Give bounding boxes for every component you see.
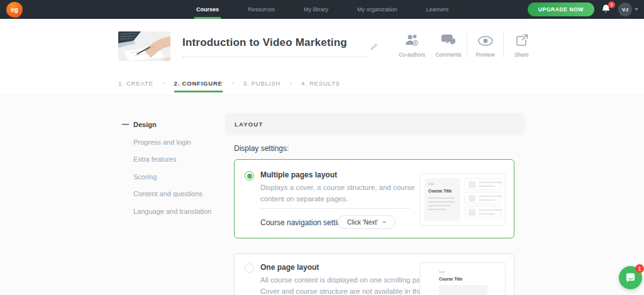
- sidebar-item-scoring[interactable]: Scoring: [118, 169, 219, 184]
- option-title: Multiple pages layout: [260, 170, 337, 179]
- step-publish[interactable]: 3. PUBLISH: [243, 77, 280, 92]
- sidebar-item-label: Design: [133, 121, 157, 128]
- co-authors-icon: [396, 32, 428, 47]
- sidebar-item-language-and-translation[interactable]: Language and translation: [118, 204, 219, 219]
- chat-unread-badge: 1: [635, 264, 644, 273]
- preview-item-thumb: [469, 181, 475, 188]
- chevron-down-icon: [382, 221, 386, 223]
- step-separator: [163, 77, 165, 86]
- share-label: Share: [506, 52, 537, 58]
- course-thumbnail-image[interactable]: [118, 31, 170, 61]
- card-divider: [260, 208, 410, 209]
- preview-button[interactable]: Preview: [467, 32, 503, 58]
- option-title: One page layout: [260, 263, 319, 272]
- preview-content-block: [439, 285, 487, 295]
- radio-multiple-pages[interactable]: [245, 171, 254, 181]
- nav-item-my-organization[interactable]: My organization: [357, 0, 397, 19]
- display-settings-label: Display settings:: [234, 144, 525, 153]
- navbar-right-cluster: UPGRADE NOW 9 VJ: [528, 0, 638, 19]
- notifications-button[interactable]: 9: [601, 4, 611, 15]
- radio-one-page[interactable]: [245, 264, 254, 273]
- active-dash-icon: —: [122, 120, 129, 128]
- comments-button[interactable]: Comments: [430, 32, 467, 58]
- comments-label: Comments: [433, 52, 464, 58]
- preview-logo-text: logo: [428, 182, 456, 186]
- share-button[interactable]: Share: [503, 32, 540, 58]
- notification-badge: 9: [608, 1, 615, 8]
- avatar: VJ: [618, 3, 632, 16]
- sidebar-item-label: Extra features: [133, 155, 176, 163]
- preview-course-title: Course Title: [439, 277, 505, 281]
- preview-text-line: [428, 205, 451, 206]
- nav-item-courses[interactable]: Courses: [196, 0, 219, 19]
- multiple-pages-preview: logo Course Title: [419, 173, 506, 226]
- edit-title-icon[interactable]: [370, 42, 378, 50]
- step-results[interactable]: 4. RESULTS: [301, 77, 340, 92]
- course-thumbnail-art: [118, 31, 170, 61]
- chat-launcher-button[interactable]: 1: [619, 266, 642, 289]
- step-separator: [290, 77, 292, 86]
- nav-item-resources[interactable]: Resources: [248, 0, 275, 19]
- chat-bubble-icon: [624, 271, 637, 284]
- sidebar-item-progress-and-login[interactable]: Progress and login: [118, 135, 219, 150]
- course-steps: 1. CREATE 2. CONFIGURE 3. PUBLISH 4. RES…: [118, 77, 340, 92]
- sidebar-item-label: Content and questions: [133, 190, 203, 198]
- step-separator: [232, 77, 234, 86]
- sidebar-item-label: Progress and login: [133, 138, 191, 146]
- preview-text-line: [428, 198, 455, 199]
- preview-structure-list: [465, 178, 501, 218]
- preview-label: Preview: [470, 52, 501, 58]
- course-title-block: Introduction to Video Marketing: [182, 36, 369, 57]
- share-icon: [506, 32, 537, 47]
- step-configure[interactable]: 2. CONFIGURE: [174, 77, 223, 92]
- preview-item-thumb: [469, 195, 475, 202]
- course-actions: Co-authors Comments Preview: [394, 32, 540, 58]
- sidebar-item-extra-features[interactable]: Extra features: [118, 152, 219, 167]
- course-header: Introduction to Video Marketing Co-autho…: [0, 19, 644, 69]
- logo-text: eg: [11, 6, 18, 13]
- preview-list-item: [465, 206, 501, 218]
- chevron-down-icon: [635, 8, 638, 11]
- dropdown-value: Click 'Next': [347, 219, 378, 226]
- layout-settings-panel: LAYOUT Display settings: Multiple pages …: [225, 113, 525, 295]
- preview-list-item: [465, 178, 501, 190]
- layout-section-title: LAYOUT: [235, 121, 263, 128]
- course-title[interactable]: Introduction to Video Marketing: [182, 36, 369, 57]
- sidebar-item-content-and-questions[interactable]: Content and questions: [118, 186, 219, 201]
- avatar-initials: VJ: [622, 7, 628, 13]
- layout-section-header: LAYOUT: [225, 113, 525, 135]
- co-authors-label: Co-authors: [396, 52, 428, 58]
- preview-eye-icon: [470, 32, 501, 47]
- preview-text-line: [428, 201, 455, 203]
- option-card-one-page[interactable]: One page layout All course content is di…: [234, 253, 514, 295]
- nav-item-learners[interactable]: Learners: [426, 0, 449, 19]
- main-navigation: Courses Resources My library My organiza…: [196, 0, 448, 19]
- option-description: Displays a cover, a course structure, an…: [260, 182, 423, 204]
- preview-course-title: Course Title: [428, 189, 456, 193]
- preview-text-line: [428, 209, 446, 210]
- sidebar-item-label: Language and translation: [133, 208, 211, 215]
- configure-sidebar: — Design Progress and login Extra featur…: [118, 117, 219, 221]
- comments-icon: [433, 32, 464, 47]
- top-navbar: eg Courses Resources My library My organ…: [0, 0, 644, 19]
- user-menu[interactable]: VJ: [618, 3, 638, 16]
- one-page-preview: logo Course Title: [419, 262, 506, 295]
- nav-item-my-library[interactable]: My library: [304, 0, 328, 19]
- upgrade-now-button[interactable]: UPGRADE NOW: [528, 3, 594, 16]
- course-navigation-dropdown[interactable]: Click 'Next': [338, 215, 396, 229]
- preview-logo-text: logo: [439, 270, 505, 274]
- sidebar-item-label: Scoring: [133, 173, 157, 181]
- co-authors-button[interactable]: Co-authors: [394, 32, 430, 58]
- preview-list-item: [465, 192, 501, 204]
- easygenerator-logo[interactable]: eg: [6, 2, 23, 18]
- preview-cover-panel: logo Course Title: [425, 178, 460, 221]
- preview-item-thumb: [469, 209, 475, 216]
- sidebar-item-design[interactable]: — Design: [118, 117, 219, 132]
- option-card-multiple-pages[interactable]: Multiple pages layout Displays a cover, …: [234, 159, 514, 238]
- step-create[interactable]: 1. CREATE: [118, 77, 153, 92]
